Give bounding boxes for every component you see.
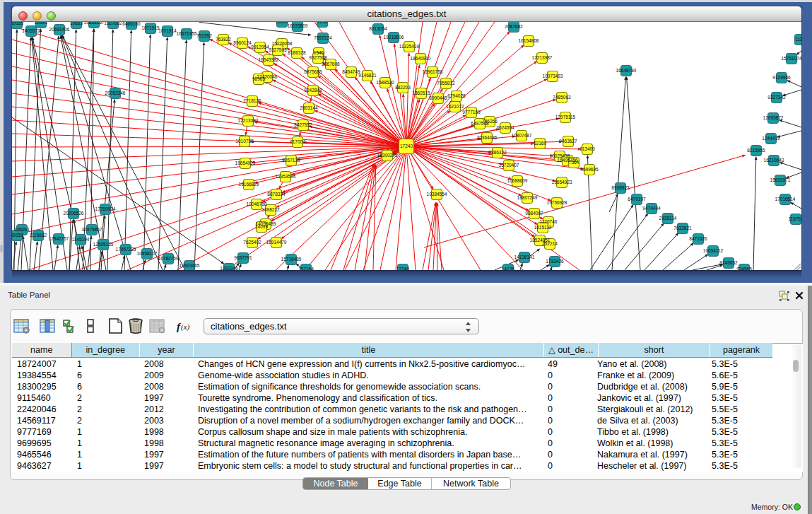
- svg-text:9242848: 9242848: [304, 88, 322, 93]
- svg-text:6497568: 6497568: [471, 121, 489, 126]
- svg-text:16033809: 16033809: [288, 23, 308, 28]
- svg-text:19654923: 19654923: [552, 180, 572, 185]
- svg-text:763822: 763822: [216, 37, 231, 42]
- svg-text:9227342: 9227342: [767, 95, 786, 100]
- svg-text:1292346: 1292346: [220, 266, 238, 270]
- svg-text:14136: 14136: [502, 267, 514, 270]
- svg-text:6479197: 6479197: [628, 197, 646, 201]
- svg-text:15692971: 15692971: [770, 177, 791, 182]
- svg-text:7625402: 7625402: [243, 240, 261, 245]
- svg-text:9657791: 9657791: [234, 255, 252, 260]
- svg-text:8912954: 8912954: [251, 45, 269, 49]
- svg-text:16671355: 16671355: [177, 31, 197, 36]
- svg-text:10654112: 10654112: [703, 248, 724, 253]
- svg-text:10853267: 10853267: [84, 22, 105, 25]
- svg-text:1112: 1112: [795, 37, 801, 42]
- svg-text:7485063: 7485063: [553, 95, 571, 100]
- svg-text:8186328: 8186328: [288, 50, 306, 55]
- svg-text:7564: 7564: [569, 160, 579, 165]
- svg-text:1120746: 1120746: [540, 219, 558, 224]
- svg-text:2803144: 2803144: [300, 105, 318, 110]
- svg-text:20691406: 20691406: [49, 27, 70, 32]
- svg-text:19654923: 19654923: [235, 160, 256, 165]
- svg-text:39159: 39159: [12, 233, 23, 238]
- svg-text:39155: 39155: [12, 22, 23, 25]
- svg-text:62160: 62160: [534, 141, 546, 146]
- svg-text:7386322: 7386322: [488, 150, 507, 155]
- svg-text:9699695: 9699695: [580, 167, 599, 172]
- svg-text:1546: 1546: [314, 50, 324, 55]
- svg-text:20053346: 20053346: [105, 90, 126, 95]
- svg-text:913400: 913400: [579, 146, 595, 151]
- svg-text:30975867: 30975867: [82, 227, 102, 232]
- svg-text:12923465: 12923465: [180, 263, 200, 268]
- svg-text:16154808: 16154808: [519, 38, 539, 43]
- svg-text:8878334: 8878334: [267, 192, 286, 197]
- svg-text:157164: 157164: [298, 267, 314, 270]
- svg-text:17016514: 17016514: [775, 197, 796, 201]
- svg-text:1588520: 1588520: [376, 80, 394, 85]
- svg-text:9463627: 9463627: [559, 139, 577, 144]
- svg-text:14136141: 14136141: [514, 255, 535, 259]
- svg-text:7632621: 7632621: [673, 226, 692, 230]
- svg-text:2087682: 2087682: [505, 24, 523, 29]
- svg-text:1115682: 1115682: [30, 233, 47, 238]
- svg-text:1405572: 1405572: [22, 28, 40, 33]
- svg-text:17240: 17240: [400, 144, 413, 148]
- svg-text:3624554: 3624554: [496, 125, 514, 130]
- svg-text:9474444: 9474444: [642, 206, 661, 211]
- svg-text:1498222: 1498222: [261, 207, 280, 212]
- svg-text:9884067: 9884067: [525, 211, 543, 216]
- svg-text:12213987: 12213987: [532, 55, 553, 60]
- svg-text:19218506: 19218506: [384, 35, 404, 40]
- svg-text:9129966: 9129966: [772, 75, 791, 80]
- svg-text:1527602: 1527602: [104, 22, 122, 25]
- svg-text:8471626: 8471626: [689, 236, 707, 241]
- svg-text:8960124: 8960124: [233, 40, 252, 45]
- svg-text:18300275: 18300275: [377, 153, 398, 158]
- svg-text:20206526: 20206526: [64, 211, 84, 216]
- svg-text:16961758: 16961758: [423, 69, 443, 74]
- svg-text:1362615: 1362615: [412, 90, 430, 95]
- svg-text:17240: 17240: [396, 267, 409, 270]
- svg-text:9218: 9218: [317, 22, 328, 24]
- svg-text:8215955: 8215955: [747, 148, 765, 153]
- svg-text:8813054: 8813054: [369, 26, 387, 31]
- svg-text:19166829: 19166829: [239, 182, 259, 187]
- svg-text:2867608: 2867608: [322, 62, 340, 66]
- svg-text:16914479: 16914479: [266, 240, 287, 245]
- svg-text:12505135: 12505135: [93, 242, 114, 247]
- svg-text:8938923: 8938923: [611, 185, 630, 190]
- svg-text:924565: 924565: [736, 267, 752, 270]
- svg-text:1010755: 1010755: [235, 139, 254, 144]
- svg-text:6794028: 6794028: [447, 93, 466, 98]
- svg-text:1621072: 1621072: [446, 104, 464, 109]
- svg-text:19756928: 19756928: [547, 200, 567, 205]
- svg-text:10958107: 10958107: [137, 251, 158, 256]
- svg-text:16543382: 16543382: [259, 57, 279, 62]
- svg-text:751552: 751552: [196, 33, 212, 38]
- svg-text:7857224: 7857224: [314, 35, 332, 40]
- svg-text:917004: 917004: [290, 139, 305, 144]
- svg-text:1071915: 1071915: [141, 25, 160, 30]
- svg-text:10973493: 10973493: [543, 74, 563, 78]
- svg-text:11325419: 11325419: [399, 44, 420, 49]
- svg-text:9327508: 9327508: [309, 55, 327, 60]
- svg-text:16782759: 16782759: [158, 256, 179, 261]
- svg-text:2935114: 2935114: [659, 216, 677, 221]
- svg-text:17957225: 17957225: [116, 247, 136, 252]
- svg-text:16210643: 16210643: [764, 158, 784, 163]
- svg-text:15716485: 15716485: [281, 257, 302, 262]
- svg-text:9146821: 9146821: [358, 73, 377, 78]
- svg-text:116753: 116753: [788, 216, 801, 221]
- svg-text:15226058: 15226058: [272, 41, 293, 46]
- svg-text:9327503: 9327503: [269, 47, 287, 52]
- svg-text:14099: 14099: [255, 224, 268, 229]
- svg-text:9245652: 9245652: [719, 260, 738, 265]
- svg-text:16648784: 16648784: [616, 68, 637, 73]
- svg-text:12353594: 12353594: [276, 174, 296, 179]
- svg-text:8454749: 8454749: [342, 69, 360, 74]
- svg-text:20691: 20691: [35, 22, 47, 25]
- svg-text:12975115: 12975115: [555, 115, 576, 119]
- svg-text:18807249: 18807249: [517, 195, 538, 200]
